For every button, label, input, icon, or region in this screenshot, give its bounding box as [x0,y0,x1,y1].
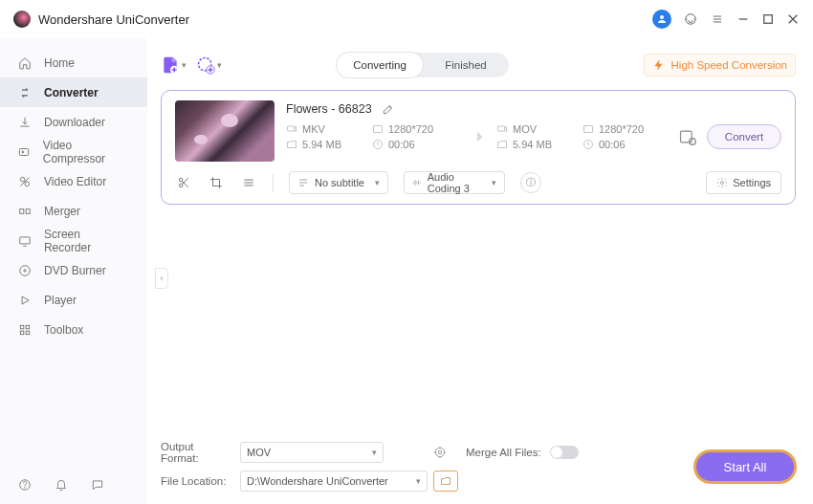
sidebar-item-converter[interactable]: Converter [0,77,147,107]
compressor-icon [17,144,32,160]
sidebar-item-compressor[interactable]: Video Compressor [0,137,147,166]
add-folder-button[interactable]: ▾ [196,55,222,75]
sidebar-label: DVD Burner [44,264,106,277]
output-settings-icon[interactable] [669,127,707,146]
audio-info-icon[interactable]: ⓘ [520,172,541,193]
file-name: Flowers - 66823 [286,102,372,116]
svg-rect-21 [20,331,24,335]
merger-icon [17,204,33,219]
help-icon[interactable] [17,477,33,493]
src-size: 5.94 MB [286,139,372,150]
collapse-sidebar-button[interactable]: ‹ [155,268,168,289]
maximize-button[interactable] [761,12,775,26]
effects-icon[interactable] [240,174,257,191]
feedback-icon[interactable] [90,477,105,493]
sidebar-label: Merger [44,205,80,218]
output-format-select[interactable]: MOV▾ [240,442,384,463]
start-all-button[interactable]: Start All [694,450,796,483]
tab-finished[interactable]: Finished [423,53,509,77]
svg-rect-29 [374,126,383,133]
close-button[interactable] [786,12,800,26]
svg-point-16 [20,265,31,275]
user-avatar[interactable] [652,10,671,29]
sidebar-item-home[interactable]: Home [0,48,147,77]
tab-segment: Converting Finished [337,53,509,77]
file-location-select[interactable]: D:\Wondershare UniConverter▾ [240,471,428,492]
sidebar-item-dvd[interactable]: DVD Burner [0,255,147,285]
download-icon [17,115,33,130]
svg-rect-6 [764,15,773,24]
open-folder-button[interactable] [433,471,458,492]
output-info-icon[interactable] [429,442,450,463]
sidebar-label: Video Editor [44,175,106,188]
high-speed-button[interactable]: High Speed Conversion [644,54,796,77]
svg-point-24 [25,488,26,489]
audio-dropdown[interactable]: Audio Coding 3▾ [404,171,505,194]
file-location-label: File Location: [161,475,232,487]
rename-icon[interactable] [380,100,397,118]
dst-format: MOV [496,123,582,135]
menu-icon[interactable] [710,11,725,27]
svg-point-50 [438,450,442,454]
subtitle-dropdown[interactable]: No subtitle▾ [289,171,388,194]
home-icon [17,55,33,71]
svg-point-49 [435,448,444,456]
subtitle-value: No subtitle [315,177,364,188]
sidebar-label: Home [44,56,75,70]
svg-rect-14 [26,208,30,213]
svg-point-48 [721,182,724,185]
settings-label: Settings [733,177,771,188]
sidebar-label: Toolbox [44,323,83,337]
svg-rect-20 [26,325,30,329]
svg-rect-31 [498,126,505,131]
crop-icon[interactable] [208,174,225,191]
toolbar: ▾ ▾ Converting Finished High Speed Conve… [161,48,796,82]
convert-button[interactable]: Convert [707,124,781,149]
add-file-button[interactable]: ▾ [161,55,187,75]
merge-toggle[interactable] [550,446,579,459]
svg-point-35 [690,139,696,145]
trim-icon[interactable] [175,174,192,191]
svg-rect-32 [584,126,593,133]
sidebar-item-player[interactable]: Player [0,285,147,315]
svg-line-38 [182,181,187,186]
svg-line-39 [182,178,187,184]
sidebar-label: Screen Recorder [44,228,130,254]
svg-point-17 [24,269,26,271]
sidebar-item-recorder[interactable]: Screen Recorder [0,226,147,255]
dst-duration: 00:06 [582,139,669,150]
app-title: Wondershare UniConverter [38,12,189,27]
svg-point-10 [20,177,25,182]
sidebar-item-editor[interactable]: Video Editor [0,166,147,196]
notification-icon[interactable] [54,477,69,493]
tab-converting[interactable]: Converting [337,53,423,77]
svg-marker-18 [22,296,29,303]
dst-size: 5.94 MB [496,139,582,150]
sidebar: Home Converter Downloader Video Compress… [0,38,147,504]
sidebar-label: Video Compressor [43,139,130,165]
svg-rect-19 [20,325,24,329]
svg-rect-15 [20,236,31,243]
editor-icon [17,174,33,189]
recorder-icon [17,233,33,249]
file-title-row: Flowers - 66823 [286,100,781,118]
converter-icon [17,85,33,100]
svg-rect-22 [26,331,30,335]
titlebar: Wondershare UniConverter [0,0,813,38]
footer: Output Format: MOV▾ Merge All Files: Sta… [161,441,796,493]
sidebar-item-toolbox[interactable]: Toolbox [0,315,147,344]
high-speed-label: High Speed Conversion [671,59,787,71]
dvd-icon [17,263,33,278]
video-thumbnail[interactable] [175,100,275,162]
src-resolution: 1280*720 [372,123,458,135]
minimize-button[interactable] [736,12,750,26]
svg-rect-13 [20,208,24,213]
player-icon [17,293,33,308]
app-logo [13,11,31,28]
sidebar-item-merger[interactable]: Merger [0,196,147,226]
file-settings-button[interactable]: Settings [706,171,781,194]
support-icon[interactable] [683,11,698,27]
sidebar-item-downloader[interactable]: Downloader [0,107,147,137]
sidebar-label: Downloader [44,116,105,129]
content-area: ▾ ▾ Converting Finished High Speed Conve… [147,38,813,504]
